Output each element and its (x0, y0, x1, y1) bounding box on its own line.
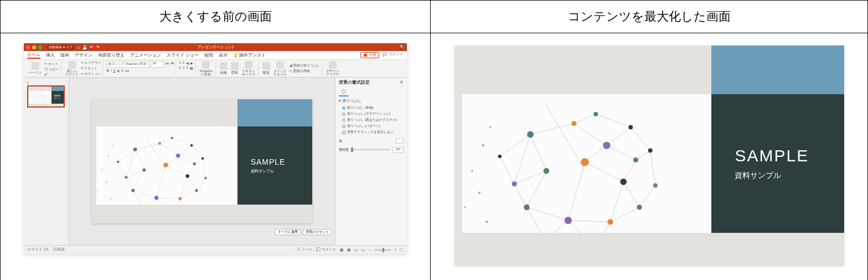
quick-styles-button[interactable]: クイック スタイル (272, 60, 288, 77)
tab-animations[interactable]: アニメーション (130, 53, 161, 58)
sorter-view-icon[interactable]: ▦ (347, 248, 351, 252)
fill-solid-option[interactable]: 塗りつぶし (単色) (339, 105, 404, 110)
cut-button[interactable]: ✂ カット (44, 62, 59, 67)
decrease-font-icon[interactable]: A▾ (170, 61, 174, 68)
right-header-text: コンテンツを最大化した画面 (568, 9, 731, 23)
arrange-button[interactable]: 配置 (261, 62, 271, 76)
font-name-select[interactable]: 游ゴシック Regular (本文) (106, 61, 149, 68)
share-button[interactable]: 📤 共有 (360, 52, 379, 58)
increase-indent-button[interactable]: ▶ (190, 61, 193, 65)
home-icon[interactable]: ⌂ (77, 45, 80, 50)
shape-fill-button[interactable]: ◢ 図形の塗りつぶし (289, 63, 320, 68)
columns-button[interactable]: ▦ (190, 66, 193, 70)
minimize-window-button[interactable] (32, 45, 36, 49)
fill-gradient-option[interactable]: 塗りつぶし (グラデーション) (339, 111, 404, 116)
zoom-in-icon[interactable]: + (394, 248, 396, 252)
shape-outline-button[interactable]: ▭ 図形の枠線 (289, 69, 320, 74)
tab-home[interactable]: ホーム (27, 52, 40, 59)
decrease-indent-button[interactable]: ◀ (186, 61, 189, 65)
close-panel-icon[interactable]: ✕ (400, 80, 404, 85)
workspace: 1 SAMPLE 資料サンプル (24, 78, 407, 245)
section-button[interactable]: ▭ セクション (81, 72, 102, 77)
picture-button[interactable]: 画像 (219, 62, 229, 76)
tab-design[interactable]: デザイン (75, 53, 92, 58)
fill-pattern-option[interactable]: 塗りつぶし (パターン) (339, 124, 404, 129)
new-slide-button[interactable]: 新しい スライド (64, 60, 80, 77)
slide-subtitle: 資料サンプル (251, 169, 312, 174)
tab-review[interactable]: 校閲 (204, 53, 213, 58)
fill-section-header[interactable]: ▾ 塗りつぶし (339, 99, 404, 104)
align-left-button[interactable]: ≡ (179, 66, 182, 70)
color-picker-button[interactable] (396, 138, 404, 144)
design-ideas-button[interactable]: デザイン アイデア (325, 60, 340, 77)
right-header-cell: コンテンツを最大化した画面 (431, 1, 868, 33)
slide-thumbnail-1[interactable]: SAMPLE 資料サンプル (27, 85, 65, 108)
tab-insert[interactable]: 挿入 (46, 53, 55, 58)
normal-view-icon[interactable]: ▦ (340, 248, 344, 252)
layout-button[interactable]: ▭ レイアウト (81, 60, 102, 65)
slide-counter: スライド 1/1 (27, 247, 49, 252)
font-size-select[interactable]: 24 (151, 61, 164, 68)
slide-title: SAMPLE (251, 157, 312, 166)
powerpoint-window: 自動保存 ● オフ ⌂ 💾 ↶ ↷ プレゼンテーション1 🔍 ホーム 挿入 描画 (24, 43, 407, 254)
fill-picture-option[interactable]: 塗りつぶし (図またはテクスチャ) (339, 118, 404, 123)
transparency-value[interactable]: 0% (392, 147, 404, 152)
network-graphic-icon (462, 105, 674, 233)
strikethrough-button[interactable]: S̶ (117, 69, 120, 73)
copy-button[interactable]: 📋 コピー (44, 67, 59, 72)
slide-blue-block (237, 99, 312, 126)
number-list-button[interactable]: ≡ (183, 61, 185, 65)
comments-button[interactable]: 💬 コメント (383, 52, 404, 58)
fill-tab-icon[interactable] (339, 88, 349, 96)
slide-blue-block-max (711, 45, 844, 94)
quick-access-toolbar: ⌂ 💾 ↶ ↷ (77, 45, 100, 50)
autosave-toggle[interactable]: 自動保存 ● オフ (46, 45, 75, 50)
document-title: プレゼンテーション1 (197, 44, 234, 50)
slide-canvas[interactable]: SAMPLE 資料サンプル (92, 99, 312, 223)
slideshow-view-icon[interactable]: ▭ (361, 248, 365, 252)
undo-icon[interactable]: ↶ (90, 45, 94, 50)
font-color-button[interactable]: A▾ (125, 69, 129, 73)
format-painter-button[interactable]: 🖌 (44, 73, 59, 76)
tab-slideshow[interactable]: スライド ショー (167, 53, 199, 58)
shadow-button[interactable]: S (121, 69, 123, 73)
align-right-button[interactable]: ≡ (187, 66, 189, 70)
tell-me[interactable]: 💡 操作アシスト (233, 53, 266, 58)
underline-button[interactable]: U (113, 69, 115, 73)
slide-canvas-area: SAMPLE 資料サンプル すべてに適用 背景のリセット (69, 78, 335, 245)
italic-button[interactable]: I (111, 69, 112, 73)
hide-bg-graphics-option[interactable]: 背景グラフィックを表示しない (339, 130, 404, 135)
textbox-button[interactable]: テキスト ボックス (241, 60, 256, 77)
slide-thumbnails-panel: 1 SAMPLE 資料サンプル (24, 78, 69, 245)
shapes-button[interactable]: 図形 (230, 62, 240, 76)
save-icon[interactable]: 💾 (82, 45, 87, 50)
bullet-list-button[interactable]: ≡ (179, 61, 181, 65)
slide-dark-block-max: SAMPLE 資料サンプル (711, 94, 844, 233)
maximize-window-button[interactable] (38, 45, 42, 49)
tab-view[interactable]: 表示 (219, 53, 228, 58)
align-center-button[interactable]: ≡ (183, 66, 185, 70)
notes-button[interactable]: 📝 ノート (296, 247, 313, 252)
paste-button[interactable]: ペースト (28, 62, 43, 76)
tab-draw[interactable]: 描画 (60, 53, 69, 58)
reset-background-button[interactable]: 背景のリセット (303, 229, 332, 235)
comments-status-button[interactable]: 💬 コメント (316, 247, 337, 252)
titlebar-search-icon[interactable]: 🔍 (400, 45, 405, 49)
apply-all-button[interactable]: すべてに適用 (275, 229, 301, 235)
tab-transitions[interactable]: 画面切り替え (98, 53, 125, 58)
zoom-out-icon[interactable]: − (369, 248, 371, 252)
increase-font-icon[interactable]: A▴ (165, 61, 169, 68)
close-window-button[interactable] (26, 45, 30, 49)
redo-icon[interactable]: ↷ (96, 45, 100, 50)
zoom-slider[interactable] (374, 250, 391, 251)
bold-button[interactable]: B (106, 69, 108, 73)
language-indicator[interactable]: 日本語 (53, 247, 65, 252)
fit-to-window-icon[interactable]: ⛶ (400, 248, 404, 252)
sidepanel-title: 背景の書式設定 (339, 80, 370, 85)
reset-button[interactable]: ↻ リセット (81, 66, 102, 71)
traffic-lights (26, 45, 42, 49)
reading-view-icon[interactable]: ▭ (354, 248, 358, 252)
smartart-button[interactable]: SmartArt に変換 (198, 60, 214, 77)
maximized-slide: SAMPLE 資料サンプル (454, 45, 844, 266)
transparency-slider[interactable] (351, 149, 390, 150)
